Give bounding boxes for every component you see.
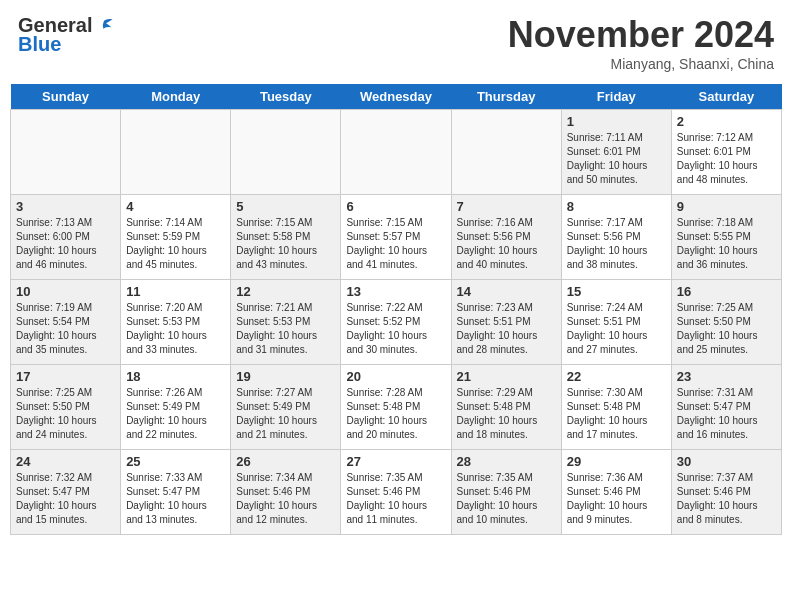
day-number: 17	[16, 369, 115, 384]
logo-blue-text: Blue	[18, 33, 61, 56]
day-number: 29	[567, 454, 666, 469]
day-info: Sunrise: 7:25 AM Sunset: 5:50 PM Dayligh…	[677, 301, 776, 357]
day-number: 7	[457, 199, 556, 214]
day-number: 5	[236, 199, 335, 214]
day-number: 26	[236, 454, 335, 469]
week-row-4: 17Sunrise: 7:25 AM Sunset: 5:50 PM Dayli…	[11, 365, 782, 450]
calendar-cell	[121, 110, 231, 195]
calendar-cell: 1Sunrise: 7:11 AM Sunset: 6:01 PM Daylig…	[561, 110, 671, 195]
day-info: Sunrise: 7:37 AM Sunset: 5:46 PM Dayligh…	[677, 471, 776, 527]
day-number: 12	[236, 284, 335, 299]
day-number: 6	[346, 199, 445, 214]
page-header: General Blue November 2024 Mianyang, Sha…	[10, 10, 782, 76]
day-info: Sunrise: 7:33 AM Sunset: 5:47 PM Dayligh…	[126, 471, 225, 527]
day-info: Sunrise: 7:34 AM Sunset: 5:46 PM Dayligh…	[236, 471, 335, 527]
day-header-tuesday: Tuesday	[231, 84, 341, 110]
logo-bird-icon	[94, 16, 114, 36]
day-number: 14	[457, 284, 556, 299]
day-number: 19	[236, 369, 335, 384]
title-block: November 2024 Mianyang, Shaanxi, China	[508, 14, 774, 72]
day-info: Sunrise: 7:27 AM Sunset: 5:49 PM Dayligh…	[236, 386, 335, 442]
day-number: 2	[677, 114, 776, 129]
calendar-cell: 28Sunrise: 7:35 AM Sunset: 5:46 PM Dayli…	[451, 450, 561, 535]
day-info: Sunrise: 7:35 AM Sunset: 5:46 PM Dayligh…	[457, 471, 556, 527]
day-info: Sunrise: 7:36 AM Sunset: 5:46 PM Dayligh…	[567, 471, 666, 527]
day-number: 30	[677, 454, 776, 469]
calendar-cell: 17Sunrise: 7:25 AM Sunset: 5:50 PM Dayli…	[11, 365, 121, 450]
day-number: 27	[346, 454, 445, 469]
calendar-cell: 7Sunrise: 7:16 AM Sunset: 5:56 PM Daylig…	[451, 195, 561, 280]
day-info: Sunrise: 7:20 AM Sunset: 5:53 PM Dayligh…	[126, 301, 225, 357]
day-info: Sunrise: 7:12 AM Sunset: 6:01 PM Dayligh…	[677, 131, 776, 187]
day-info: Sunrise: 7:32 AM Sunset: 5:47 PM Dayligh…	[16, 471, 115, 527]
calendar-cell: 6Sunrise: 7:15 AM Sunset: 5:57 PM Daylig…	[341, 195, 451, 280]
day-info: Sunrise: 7:31 AM Sunset: 5:47 PM Dayligh…	[677, 386, 776, 442]
calendar-cell: 30Sunrise: 7:37 AM Sunset: 5:46 PM Dayli…	[671, 450, 781, 535]
calendar-cell: 13Sunrise: 7:22 AM Sunset: 5:52 PM Dayli…	[341, 280, 451, 365]
day-number: 18	[126, 369, 225, 384]
calendar-cell: 20Sunrise: 7:28 AM Sunset: 5:48 PM Dayli…	[341, 365, 451, 450]
calendar-cell: 19Sunrise: 7:27 AM Sunset: 5:49 PM Dayli…	[231, 365, 341, 450]
day-number: 22	[567, 369, 666, 384]
day-number: 11	[126, 284, 225, 299]
day-info: Sunrise: 7:11 AM Sunset: 6:01 PM Dayligh…	[567, 131, 666, 187]
calendar-header-row: SundayMondayTuesdayWednesdayThursdayFrid…	[11, 84, 782, 110]
calendar-cell: 16Sunrise: 7:25 AM Sunset: 5:50 PM Dayli…	[671, 280, 781, 365]
day-info: Sunrise: 7:19 AM Sunset: 5:54 PM Dayligh…	[16, 301, 115, 357]
calendar-cell: 11Sunrise: 7:20 AM Sunset: 5:53 PM Dayli…	[121, 280, 231, 365]
calendar-cell: 8Sunrise: 7:17 AM Sunset: 5:56 PM Daylig…	[561, 195, 671, 280]
day-info: Sunrise: 7:29 AM Sunset: 5:48 PM Dayligh…	[457, 386, 556, 442]
calendar-cell: 14Sunrise: 7:23 AM Sunset: 5:51 PM Dayli…	[451, 280, 561, 365]
day-header-monday: Monday	[121, 84, 231, 110]
day-info: Sunrise: 7:26 AM Sunset: 5:49 PM Dayligh…	[126, 386, 225, 442]
month-title: November 2024	[508, 14, 774, 56]
day-info: Sunrise: 7:24 AM Sunset: 5:51 PM Dayligh…	[567, 301, 666, 357]
calendar-cell	[11, 110, 121, 195]
calendar-cell: 29Sunrise: 7:36 AM Sunset: 5:46 PM Dayli…	[561, 450, 671, 535]
day-number: 3	[16, 199, 115, 214]
calendar-cell: 27Sunrise: 7:35 AM Sunset: 5:46 PM Dayli…	[341, 450, 451, 535]
calendar-cell: 25Sunrise: 7:33 AM Sunset: 5:47 PM Dayli…	[121, 450, 231, 535]
calendar-cell: 24Sunrise: 7:32 AM Sunset: 5:47 PM Dayli…	[11, 450, 121, 535]
day-header-wednesday: Wednesday	[341, 84, 451, 110]
day-info: Sunrise: 7:13 AM Sunset: 6:00 PM Dayligh…	[16, 216, 115, 272]
day-number: 4	[126, 199, 225, 214]
day-header-saturday: Saturday	[671, 84, 781, 110]
week-row-5: 24Sunrise: 7:32 AM Sunset: 5:47 PM Dayli…	[11, 450, 782, 535]
day-info: Sunrise: 7:22 AM Sunset: 5:52 PM Dayligh…	[346, 301, 445, 357]
calendar-cell: 23Sunrise: 7:31 AM Sunset: 5:47 PM Dayli…	[671, 365, 781, 450]
day-info: Sunrise: 7:15 AM Sunset: 5:57 PM Dayligh…	[346, 216, 445, 272]
day-info: Sunrise: 7:18 AM Sunset: 5:55 PM Dayligh…	[677, 216, 776, 272]
day-info: Sunrise: 7:14 AM Sunset: 5:59 PM Dayligh…	[126, 216, 225, 272]
day-info: Sunrise: 7:30 AM Sunset: 5:48 PM Dayligh…	[567, 386, 666, 442]
day-number: 25	[126, 454, 225, 469]
week-row-3: 10Sunrise: 7:19 AM Sunset: 5:54 PM Dayli…	[11, 280, 782, 365]
day-info: Sunrise: 7:15 AM Sunset: 5:58 PM Dayligh…	[236, 216, 335, 272]
day-number: 23	[677, 369, 776, 384]
calendar-cell: 5Sunrise: 7:15 AM Sunset: 5:58 PM Daylig…	[231, 195, 341, 280]
calendar-cell: 15Sunrise: 7:24 AM Sunset: 5:51 PM Dayli…	[561, 280, 671, 365]
calendar-cell: 3Sunrise: 7:13 AM Sunset: 6:00 PM Daylig…	[11, 195, 121, 280]
day-info: Sunrise: 7:28 AM Sunset: 5:48 PM Dayligh…	[346, 386, 445, 442]
day-header-friday: Friday	[561, 84, 671, 110]
calendar-cell: 22Sunrise: 7:30 AM Sunset: 5:48 PM Dayli…	[561, 365, 671, 450]
day-header-thursday: Thursday	[451, 84, 561, 110]
calendar-cell: 10Sunrise: 7:19 AM Sunset: 5:54 PM Dayli…	[11, 280, 121, 365]
day-info: Sunrise: 7:23 AM Sunset: 5:51 PM Dayligh…	[457, 301, 556, 357]
calendar-cell: 18Sunrise: 7:26 AM Sunset: 5:49 PM Dayli…	[121, 365, 231, 450]
calendar-cell: 21Sunrise: 7:29 AM Sunset: 5:48 PM Dayli…	[451, 365, 561, 450]
day-number: 16	[677, 284, 776, 299]
calendar-cell: 12Sunrise: 7:21 AM Sunset: 5:53 PM Dayli…	[231, 280, 341, 365]
calendar-cell	[451, 110, 561, 195]
day-info: Sunrise: 7:35 AM Sunset: 5:46 PM Dayligh…	[346, 471, 445, 527]
calendar-cell: 4Sunrise: 7:14 AM Sunset: 5:59 PM Daylig…	[121, 195, 231, 280]
day-number: 13	[346, 284, 445, 299]
day-number: 10	[16, 284, 115, 299]
calendar-cell: 2Sunrise: 7:12 AM Sunset: 6:01 PM Daylig…	[671, 110, 781, 195]
location-text: Mianyang, Shaanxi, China	[508, 56, 774, 72]
day-info: Sunrise: 7:17 AM Sunset: 5:56 PM Dayligh…	[567, 216, 666, 272]
day-number: 8	[567, 199, 666, 214]
week-row-1: 1Sunrise: 7:11 AM Sunset: 6:01 PM Daylig…	[11, 110, 782, 195]
day-info: Sunrise: 7:25 AM Sunset: 5:50 PM Dayligh…	[16, 386, 115, 442]
calendar-cell: 9Sunrise: 7:18 AM Sunset: 5:55 PM Daylig…	[671, 195, 781, 280]
